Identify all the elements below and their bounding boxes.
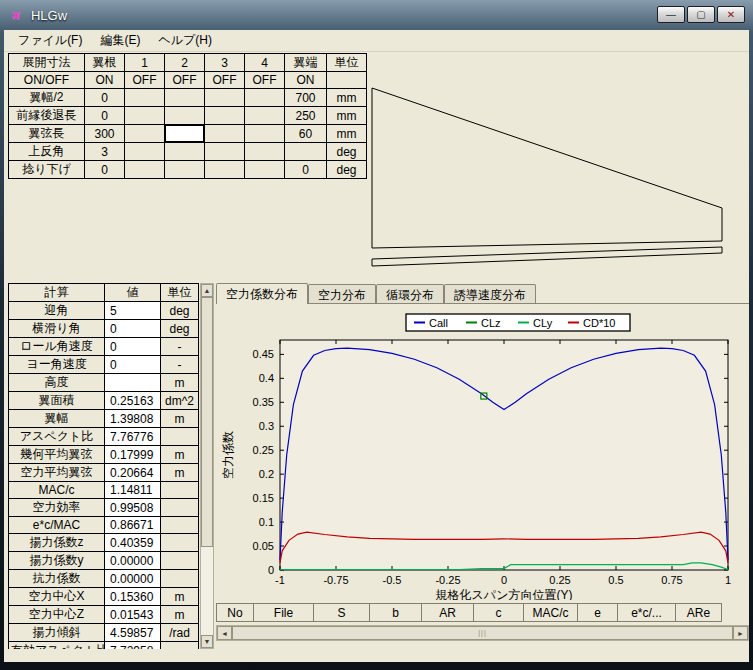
- param-cell[interactable]: 700: [285, 89, 327, 107]
- result-col-header-6[interactable]: MAC/c: [524, 603, 578, 622]
- svg-text:CD*10: CD*10: [583, 317, 615, 329]
- param-cell[interactable]: OFF: [165, 72, 205, 89]
- window-controls: — ▢ ✕: [657, 6, 745, 23]
- horizontal-scrollbar-thumb[interactable]: |||: [232, 626, 733, 640]
- param-cell[interactable]: [165, 107, 205, 125]
- calc-row-unit: deg: [161, 302, 199, 320]
- param-cell[interactable]: [205, 89, 245, 107]
- param-cell[interactable]: [125, 125, 165, 143]
- param-cell[interactable]: [125, 161, 165, 179]
- calc-row-value: 0.01543: [105, 606, 161, 624]
- param-cell[interactable]: [245, 161, 285, 179]
- tab-1[interactable]: 空力分布: [308, 284, 376, 303]
- param-cell[interactable]: [245, 89, 285, 107]
- calc-row-value[interactable]: 5: [105, 302, 161, 320]
- calc-row-unit: m: [161, 446, 199, 464]
- param-cell[interactable]: [245, 143, 285, 161]
- param-cell[interactable]: ON: [285, 72, 327, 89]
- param-cell[interactable]: OFF: [205, 72, 245, 89]
- calc-row-unit: /rad: [161, 624, 199, 642]
- svg-text:0.2: 0.2: [259, 468, 274, 480]
- svg-text:-1: -1: [275, 574, 285, 586]
- param-cell[interactable]: [125, 89, 165, 107]
- client-area: ファイル(F)編集(E)ヘルプ(H) 展開寸法翼根1234翼端単位ON/OFFO…: [4, 30, 749, 662]
- scroll-down-button[interactable]: ▼: [201, 635, 213, 648]
- vertical-scrollbar-thumb[interactable]: [201, 297, 213, 547]
- param-cell[interactable]: [245, 125, 285, 143]
- scroll-left-icon: ◄: [221, 630, 228, 637]
- param-cell[interactable]: [125, 143, 165, 161]
- calc-row-value[interactable]: 0: [105, 356, 161, 374]
- result-col-header-9[interactable]: ARe: [676, 603, 722, 622]
- result-col-header-4[interactable]: AR: [422, 603, 474, 622]
- param-cell[interactable]: [205, 107, 245, 125]
- menu-item-0[interactable]: ファイル(F): [9, 29, 91, 52]
- tab-3[interactable]: 誘導速度分布: [444, 284, 536, 303]
- param-cell[interactable]: [165, 125, 205, 143]
- svg-text:0.5: 0.5: [608, 574, 623, 586]
- param-cell[interactable]: [285, 143, 327, 161]
- calc-row-unit: [161, 642, 199, 650]
- calc-row-label: 横滑り角: [9, 320, 105, 338]
- param-cell[interactable]: 0: [85, 89, 125, 107]
- param-col-header-6: 翼端: [285, 54, 327, 72]
- svg-text:0.1: 0.1: [259, 516, 274, 528]
- tab-0[interactable]: 空力係数分布: [216, 283, 308, 304]
- calc-row-value[interactable]: [105, 374, 161, 392]
- scroll-left-button[interactable]: ◄: [217, 626, 232, 640]
- scroll-down-icon: ▼: [204, 638, 211, 645]
- scroll-up-button[interactable]: ▲: [201, 284, 213, 297]
- title-bar[interactable]: ✈ HLGw — ▢ ✕: [0, 0, 753, 30]
- param-cell[interactable]: [165, 161, 205, 179]
- calc-row-label: 翼幅: [9, 410, 105, 428]
- param-cell[interactable]: 250: [285, 107, 327, 125]
- param-cell[interactable]: OFF: [245, 72, 285, 89]
- svg-text:CLy: CLy: [533, 317, 553, 329]
- param-cell[interactable]: 0: [85, 161, 125, 179]
- param-cell[interactable]: [245, 107, 285, 125]
- result-col-header-1[interactable]: File: [254, 603, 314, 622]
- result-col-header-2[interactable]: S: [314, 603, 370, 622]
- scroll-right-button[interactable]: ►: [733, 626, 748, 640]
- menu-item-2[interactable]: ヘルプ(H): [149, 29, 221, 52]
- param-cell[interactable]: 0: [85, 107, 125, 125]
- param-cell[interactable]: [205, 125, 245, 143]
- tab-2[interactable]: 循環分布: [376, 284, 444, 303]
- param-cell[interactable]: 300: [85, 125, 125, 143]
- vertical-scrollbar[interactable]: ▲ ▼: [200, 283, 214, 649]
- param-cell[interactable]: [165, 143, 205, 161]
- calc-row-value[interactable]: 0: [105, 320, 161, 338]
- result-col-header-3[interactable]: b: [370, 603, 422, 622]
- result-col-header-7[interactable]: e: [578, 603, 618, 622]
- svg-text:0.15: 0.15: [253, 492, 274, 504]
- param-cell[interactable]: ON: [85, 72, 125, 89]
- param-cell[interactable]: [205, 161, 245, 179]
- param-cell[interactable]: 60: [285, 125, 327, 143]
- minimize-button[interactable]: —: [657, 6, 685, 23]
- calc-row-label: 空力中心X: [9, 588, 105, 606]
- result-col-header-0[interactable]: No: [216, 603, 254, 622]
- param-cell[interactable]: OFF: [125, 72, 165, 89]
- svg-text:0.25: 0.25: [253, 444, 274, 456]
- svg-text:0.4: 0.4: [259, 372, 274, 384]
- calc-row-unit: [161, 552, 199, 570]
- calc-row-value: 0.40359: [105, 534, 161, 552]
- param-cell[interactable]: 0: [285, 161, 327, 179]
- calc-row-label: 幾何平均翼弦: [9, 446, 105, 464]
- wing-planform-drawing: [360, 55, 749, 270]
- calc-row-label: 有効アスペクト比: [9, 642, 105, 650]
- result-col-header-5[interactable]: c: [474, 603, 524, 622]
- param-cell[interactable]: [125, 107, 165, 125]
- menu-item-1[interactable]: 編集(E): [91, 29, 149, 52]
- param-row-label: 翼弦長: [9, 125, 85, 143]
- result-col-header-8[interactable]: e*c/...: [618, 603, 676, 622]
- maximize-button[interactable]: ▢: [687, 6, 715, 23]
- horizontal-scrollbar[interactable]: ◄ ||| ►: [216, 625, 749, 641]
- close-button[interactable]: ✕: [717, 6, 745, 23]
- window-title: HLGw: [31, 8, 67, 23]
- param-cell[interactable]: [205, 143, 245, 161]
- calc-row-value[interactable]: 0: [105, 338, 161, 356]
- param-cell[interactable]: [165, 89, 205, 107]
- close-icon: ✕: [727, 9, 735, 20]
- param-cell[interactable]: 3: [85, 143, 125, 161]
